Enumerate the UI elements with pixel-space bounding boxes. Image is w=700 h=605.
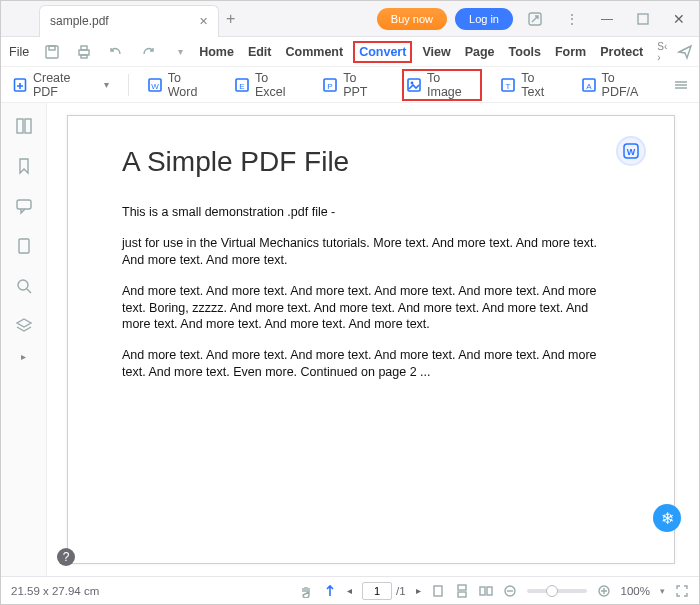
tab-page[interactable]: Page: [461, 41, 499, 63]
svg-text:W: W: [626, 147, 635, 157]
window-close[interactable]: ✕: [665, 8, 693, 30]
svg-rect-28: [458, 585, 466, 590]
prev-page-icon[interactable]: ◂: [347, 585, 352, 596]
tab-close-icon[interactable]: ✕: [199, 15, 208, 28]
zoom-value: 100%: [621, 585, 650, 597]
menu-tabs: Home Edit Comment Convert View Page Tool…: [195, 41, 647, 63]
svg-rect-6: [81, 55, 87, 58]
zoom-dropdown-icon[interactable]: ▾: [660, 586, 665, 596]
tab-view[interactable]: View: [418, 41, 454, 63]
left-sidebar: ▸: [1, 103, 47, 576]
to-image-button[interactable]: To Image: [402, 69, 482, 101]
document-viewport[interactable]: W A Simple PDF File This is a small demo…: [47, 103, 699, 576]
to-ppt-label: To PPT: [343, 71, 384, 99]
window-minimize[interactable]: —: [593, 8, 621, 30]
window-maximize[interactable]: [629, 8, 657, 30]
tab-protect[interactable]: Protect: [596, 41, 647, 63]
tab-convert[interactable]: Convert: [353, 41, 412, 63]
redo-icon[interactable]: [139, 43, 157, 61]
to-pdfa-label: To PDF/A: [602, 71, 655, 99]
svg-text:P: P: [328, 82, 333, 91]
to-word-label: To Word: [168, 71, 214, 99]
menu-scroll-right-icon[interactable]: S‹ ›: [657, 41, 667, 63]
statusbar: 21.59 x 27.94 cm ◂ /1 ▸ 100% ▾: [1, 576, 699, 604]
svg-text:A: A: [586, 82, 592, 91]
search-icon[interactable]: [15, 277, 33, 295]
view-facing-icon[interactable]: [479, 584, 493, 598]
zoom-in-icon[interactable]: [597, 584, 611, 598]
print-icon[interactable]: [75, 43, 93, 61]
next-page-icon[interactable]: ▸: [416, 585, 421, 596]
tab-comment[interactable]: Comment: [282, 41, 348, 63]
page-number: /1: [362, 582, 406, 600]
view-continuous-icon[interactable]: [455, 584, 469, 598]
fullscreen-icon[interactable]: [675, 584, 689, 598]
to-text-button[interactable]: T To Text: [498, 69, 562, 101]
convert-to-word-shortcut[interactable]: W: [616, 136, 646, 166]
to-excel-button[interactable]: E To Excel: [232, 69, 304, 101]
layers-icon[interactable]: [15, 317, 33, 335]
zoom-slider-thumb[interactable]: [546, 585, 558, 597]
ribbon-convert: Create PDF▾ W To Word E To Excel P To PP…: [1, 67, 699, 103]
to-word-button[interactable]: W To Word: [145, 69, 216, 101]
svg-rect-30: [480, 587, 485, 595]
svg-rect-5: [81, 46, 87, 50]
select-tool-icon[interactable]: [323, 584, 337, 598]
svg-text:T: T: [506, 82, 511, 91]
svg-rect-3: [49, 46, 55, 50]
svg-rect-2: [46, 46, 58, 58]
attachments-icon[interactable]: [15, 237, 33, 255]
document-paragraph: And more text. And more text. And more t…: [122, 283, 620, 334]
tab-title: sample.pdf: [50, 14, 109, 28]
file-menu[interactable]: File: [9, 45, 29, 59]
page-total: /1: [396, 585, 406, 597]
help-icon[interactable]: ?: [57, 548, 75, 566]
svg-rect-1: [638, 14, 648, 24]
svg-rect-4: [79, 50, 89, 55]
zoom-out-icon[interactable]: [503, 584, 517, 598]
to-image-label: To Image: [427, 71, 478, 99]
save-icon[interactable]: [43, 43, 61, 61]
comments-icon[interactable]: [15, 197, 33, 215]
document-paragraph: And more text. And more text. And more t…: [122, 347, 620, 381]
page-number-input[interactable]: [362, 582, 392, 600]
send-icon[interactable]: [677, 44, 693, 60]
menubar: File ▾ Home Edit Comment Convert View Pa…: [1, 37, 699, 67]
bookmarks-icon[interactable]: [15, 157, 33, 175]
hand-tool-icon[interactable]: [299, 584, 313, 598]
more-menu-icon[interactable]: ⋮: [557, 8, 585, 30]
svg-text:W: W: [151, 82, 159, 91]
page-size-label: 21.59 x 27.94 cm: [11, 585, 99, 597]
content-area: ▸ W A Simple PDF File This is a small de…: [1, 103, 699, 576]
svg-rect-22: [17, 200, 31, 209]
tab-form[interactable]: Form: [551, 41, 590, 63]
login-button[interactable]: Log in: [455, 8, 513, 30]
buy-now-button[interactable]: Buy now: [377, 8, 447, 30]
snowflake-icon[interactable]: ❄: [653, 504, 681, 532]
tab-edit[interactable]: Edit: [244, 41, 276, 63]
svg-rect-21: [25, 119, 31, 133]
view-single-icon[interactable]: [431, 584, 445, 598]
document-tab[interactable]: sample.pdf ✕: [39, 5, 219, 37]
document-paragraph: just for use in the Virtual Mechanics tu…: [122, 235, 620, 269]
popup-icon[interactable]: [521, 8, 549, 30]
zoom-slider[interactable]: [527, 589, 587, 593]
to-pdfa-button[interactable]: A To PDF/A: [579, 69, 657, 101]
quick-dropdown-icon[interactable]: ▾: [171, 43, 189, 61]
svg-rect-23: [19, 239, 29, 253]
titlebar: sample.pdf ✕ + Buy now Log in ⋮ — ✕: [1, 1, 699, 37]
svg-rect-29: [458, 592, 466, 597]
undo-icon[interactable]: [107, 43, 125, 61]
create-pdf-label: Create PDF: [33, 71, 99, 99]
svg-rect-20: [17, 119, 23, 133]
sidebar-expand-icon[interactable]: ▸: [21, 351, 26, 362]
new-tab-button[interactable]: +: [219, 10, 243, 28]
tab-tools[interactable]: Tools: [505, 41, 545, 63]
create-pdf-button[interactable]: Create PDF▾: [9, 68, 112, 102]
document-paragraph: This is a small demonstration .pdf file …: [122, 204, 620, 221]
ribbon-more-icon[interactable]: [673, 78, 691, 92]
svg-point-24: [18, 280, 28, 290]
to-ppt-button[interactable]: P To PPT: [320, 69, 386, 101]
tab-home[interactable]: Home: [195, 41, 238, 63]
thumbnails-icon[interactable]: [15, 117, 33, 135]
